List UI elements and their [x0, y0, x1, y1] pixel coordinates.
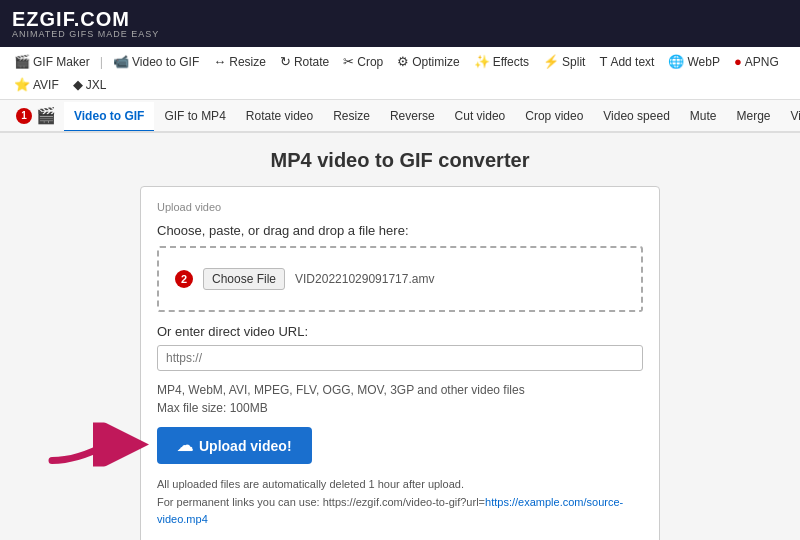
video-to-gif-icon: 📹 [113, 54, 129, 69]
choose-file-button[interactable]: Choose File [203, 268, 285, 290]
apng-icon: ● [734, 54, 742, 69]
dropzone-badge: 2 [175, 270, 193, 288]
top-nav-optimize[interactable]: ⚙ Optimize [391, 51, 465, 72]
sub-nav-reverse[interactable]: Reverse [380, 102, 445, 132]
sub-nav-video-to-gif[interactable]: Video to GIF [64, 102, 154, 132]
dropzone-label: Choose, paste, or drag and drop a file h… [157, 223, 643, 238]
formats-line1: MP4, WebM, AVI, MPEG, FLV, OGG, MOV, 3GP… [157, 383, 525, 397]
top-nav-rotate-label: Rotate [294, 55, 329, 69]
top-nav-avif[interactable]: ⭐ AVIF [8, 74, 65, 95]
jxl-icon: ◆ [73, 77, 83, 92]
top-nav-effects-label: Effects [493, 55, 529, 69]
top-nav-jxl[interactable]: ◆ JXL [67, 74, 113, 95]
sub-nav-video-home[interactable]: 1 🎬 [8, 100, 64, 133]
optimize-icon: ⚙ [397, 54, 409, 69]
formats-text: MP4, WebM, AVI, MPEG, FLV, OGG, MOV, 3GP… [157, 381, 643, 417]
sub-nav-cut-video-label: Cut video [455, 109, 506, 123]
sub-navigation: 1 🎬 Video to GIF GIF to MP4 Rotate video… [0, 100, 800, 133]
sub-nav-crop-video-label: Crop video [525, 109, 583, 123]
top-nav-apng[interactable]: ● APNG [728, 51, 785, 72]
sub-nav-resize[interactable]: Resize [323, 102, 380, 132]
upload-btn-label: Upload video! [199, 438, 292, 454]
footer-info: All uploaded files are automatically del… [157, 476, 643, 529]
top-nav-apng-label: APNG [745, 55, 779, 69]
main-content: MP4 video to GIF converter Upload video … [0, 133, 800, 540]
top-nav-crop[interactable]: ✂ Crop [337, 51, 389, 72]
sub-nav-video-to-jpg[interactable]: Video to JPG [781, 102, 800, 132]
top-nav-rotate[interactable]: ↻ Rotate [274, 51, 335, 72]
sub-nav-reverse-label: Reverse [390, 109, 435, 123]
sub-nav-mute[interactable]: Mute [680, 102, 727, 132]
top-nav-effects[interactable]: ✨ Effects [468, 51, 535, 72]
url-label: Or enter direct video URL: [157, 324, 643, 339]
top-nav-crop-label: Crop [357, 55, 383, 69]
sub-nav-cut-video[interactable]: Cut video [445, 102, 516, 132]
top-nav-video-to-gif[interactable]: 📹 Video to GIF [107, 51, 205, 72]
webp-icon: 🌐 [668, 54, 684, 69]
top-nav-webp[interactable]: 🌐 WebP [662, 51, 725, 72]
top-nav-video-to-gif-label: Video to GIF [132, 55, 199, 69]
top-nav-add-text-label: Add text [610, 55, 654, 69]
nav-divider: | [98, 54, 105, 69]
top-nav-split-label: Split [562, 55, 585, 69]
upload-panel-label: Upload video [157, 201, 643, 213]
sub-nav-rotate-video[interactable]: Rotate video [236, 102, 323, 132]
logo-main: EZGIF.COM [12, 8, 130, 30]
sub-nav-gif-to-mp4[interactable]: GIF to MP4 [154, 102, 235, 132]
footer-line2-prefix: For permanent links you can use: https:/… [157, 496, 485, 508]
sub-nav-gif-to-mp4-label: GIF to MP4 [164, 109, 225, 123]
crop-icon: ✂ [343, 54, 354, 69]
logo: EZGIF.COM ANIMATED GIFS MADE EASY [12, 8, 159, 39]
big-arrow [47, 422, 152, 469]
sub-nav-rotate-video-label: Rotate video [246, 109, 313, 123]
upload-btn-icon: ☁ [177, 436, 193, 455]
effects-icon: ✨ [474, 54, 490, 69]
sub-nav-merge[interactable]: Merge [727, 102, 781, 132]
top-nav-gif-maker[interactable]: 🎬 GIF Maker [8, 51, 96, 72]
sub-nav-video-to-gif-label: Video to GIF [74, 109, 144, 123]
resize-icon: ↔ [213, 54, 226, 69]
site-header: EZGIF.COM ANIMATED GIFS MADE EASY [0, 0, 800, 47]
sub-nav-badge: 1 [16, 108, 32, 124]
top-nav-resize[interactable]: ↔ Resize [207, 51, 272, 72]
top-nav-jxl-label: JXL [86, 78, 107, 92]
sub-nav-resize-label: Resize [333, 109, 370, 123]
top-nav-add-text[interactable]: T Add text [593, 51, 660, 72]
gif-maker-icon: 🎬 [14, 54, 30, 69]
top-nav-resize-label: Resize [229, 55, 266, 69]
chosen-filename: VID20221029091717.amv [295, 272, 434, 286]
sub-nav-mute-label: Mute [690, 109, 717, 123]
video-home-icon: 🎬 [36, 106, 56, 125]
top-navigation: 🎬 GIF Maker | 📹 Video to GIF ↔ Resize ↻ … [0, 47, 800, 100]
sub-nav-crop-video[interactable]: Crop video [515, 102, 593, 132]
logo-sub: ANIMATED GIFS MADE EASY [12, 29, 159, 39]
rotate-icon: ↻ [280, 54, 291, 69]
top-nav-gif-maker-label: GIF Maker [33, 55, 90, 69]
top-nav-avif-label: AVIF [33, 78, 59, 92]
sub-nav-merge-label: Merge [737, 109, 771, 123]
dropzone[interactable]: 2 Choose File VID20221029091717.amv [157, 246, 643, 312]
formats-line2: Max file size: 100MB [157, 401, 268, 415]
top-nav-split[interactable]: ⚡ Split [537, 51, 591, 72]
upload-video-button[interactable]: ☁ Upload video! [157, 427, 312, 464]
avif-icon: ⭐ [14, 77, 30, 92]
split-icon: ⚡ [543, 54, 559, 69]
url-input[interactable] [157, 345, 643, 371]
sub-nav-video-to-jpg-label: Video to JPG [791, 109, 800, 123]
sub-nav-video-speed[interactable]: Video speed [593, 102, 680, 132]
top-nav-optimize-label: Optimize [412, 55, 459, 69]
upload-panel: Upload video Choose, paste, or drag and … [140, 186, 660, 540]
footer-line1: All uploaded files are automatically del… [157, 478, 464, 490]
add-text-icon: T [599, 54, 607, 69]
page-title: MP4 video to GIF converter [20, 149, 780, 172]
sub-nav-video-speed-label: Video speed [603, 109, 670, 123]
top-nav-webp-label: WebP [687, 55, 719, 69]
